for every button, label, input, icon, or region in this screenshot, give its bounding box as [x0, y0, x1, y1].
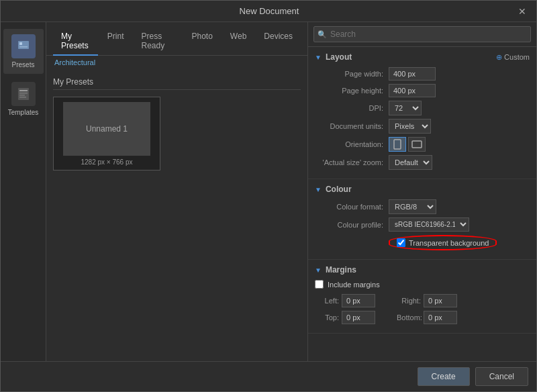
page-width-input[interactable] — [389, 67, 436, 81]
dpi-row: DPI: 72 96 150 300 — [315, 101, 530, 115]
tabs-bar: My Presets Print Press Ready Photo Web D… — [46, 22, 307, 56]
transparent-bg-label: Transparent background — [409, 239, 489, 247]
left-right-row: Left: Right: — [315, 294, 530, 307]
svg-rect-5 — [19, 93, 28, 94]
doc-units-label: Document units: — [315, 122, 389, 130]
sidebar-item-presets[interactable]: Presets — [3, 29, 44, 74]
custom-plus-icon: ⊕ — [496, 53, 502, 61]
dpi-label: DPI: — [315, 104, 389, 112]
transparent-bg-checkbox[interactable] — [397, 238, 405, 247]
tab-my-presets[interactable]: My Presets — [53, 28, 98, 56]
templates-label: Templates — [8, 109, 39, 116]
layout-section: ▼ Layout ⊕Custom Page width: Page height… — [308, 47, 536, 179]
tab-print[interactable]: Print — [99, 28, 132, 56]
new-document-dialog: New Document ✕ Presets — [0, 0, 537, 392]
layout-custom-label: ⊕Custom — [496, 53, 530, 62]
zoom-row: 'Actual size' zoom: Default 50% 100% 200… — [315, 155, 530, 170]
tab-web[interactable]: Web — [222, 28, 254, 56]
layout-section-header: ▼ Layout ⊕Custom — [315, 52, 530, 62]
right-input[interactable] — [424, 294, 457, 307]
svg-rect-7 — [19, 97, 26, 98]
sub-tab-architectural[interactable]: Architectural — [46, 56, 307, 70]
close-button[interactable]: ✕ — [516, 5, 528, 17]
icon-sidebar: Presets Templates — [1, 22, 46, 361]
templates-icon — [16, 87, 31, 101]
orientation-label: Orientation: — [315, 140, 389, 148]
left-label: Left: — [315, 297, 342, 305]
top-bottom-row: Top: Bottom: — [315, 311, 530, 324]
search-bar: 🔍 — [308, 22, 536, 47]
transparent-bg-row: Transparent background — [389, 235, 530, 250]
tab-photo[interactable]: Photo — [183, 28, 220, 56]
dpi-select[interactable]: 72 96 150 300 — [389, 101, 422, 115]
cancel-button[interactable]: Cancel — [475, 367, 528, 386]
title-bar: New Document ✕ — [1, 1, 536, 22]
page-width-row: Page width: — [315, 67, 530, 81]
doc-units-row: Document units: Pixels Inches mm cm — [315, 119, 530, 134]
create-button[interactable]: Create — [418, 367, 470, 386]
my-presets-section-title: My Presets — [53, 77, 301, 90]
dialog-title: New Document — [22, 6, 516, 16]
preset-thumb-dims: 1282 px × 766 px — [81, 158, 132, 166]
dialog-body: Presets Templates My Presets — [1, 22, 536, 361]
preset-thumb-inner: Unnamed 1 — [63, 102, 150, 156]
right-label: Right: — [397, 297, 424, 305]
svg-rect-1 — [19, 42, 22, 45]
preset-thumbnail[interactable]: Unnamed 1 1282 px × 766 px — [53, 97, 160, 170]
search-input[interactable] — [313, 26, 531, 42]
colour-format-label: Colour format: — [315, 203, 389, 211]
svg-rect-3 — [18, 88, 29, 100]
transparent-bg-highlight: Transparent background — [389, 235, 497, 250]
sidebar-item-templates[interactable]: Templates — [3, 77, 44, 121]
svg-rect-6 — [19, 95, 25, 96]
page-height-label: Page height: — [315, 87, 389, 95]
page-width-label: Page width: — [315, 70, 389, 78]
top-input[interactable] — [342, 311, 375, 324]
doc-units-select[interactable]: Pixels Inches mm cm — [389, 119, 431, 134]
bottom-input[interactable] — [424, 311, 457, 324]
tab-devices[interactable]: Devices — [256, 28, 301, 56]
margins-section: ▼ Margins Include margins Left: Right: — [308, 260, 536, 334]
colour-profile-label: Colour profile: — [315, 221, 389, 229]
colour-section-header: ▼ Colour — [315, 185, 530, 194]
page-height-input[interactable] — [389, 84, 436, 97]
colour-section-name: Colour — [326, 185, 352, 194]
colour-profile-select[interactable]: sRGB IEC61966-2.1 — [389, 217, 469, 232]
bottom-label: Bottom: — [397, 313, 424, 322]
zoom-select[interactable]: Default 50% 100% 200% — [389, 155, 432, 170]
top-label: Top: — [315, 313, 342, 322]
middle-panel: My Presets Print Press Ready Photo Web D… — [46, 22, 308, 361]
svg-rect-9 — [412, 141, 422, 148]
portrait-button[interactable] — [389, 137, 406, 152]
orientation-buttons — [389, 137, 426, 152]
presets-label: Presets — [12, 61, 35, 68]
templates-icon-box — [11, 82, 36, 106]
svg-rect-4 — [19, 90, 28, 91]
colour-format-row: Colour format: RGB/8 RGB/16 CMYK/8 — [315, 199, 530, 214]
include-margins-label: Include margins — [328, 281, 380, 289]
left-input[interactable] — [342, 294, 375, 307]
search-wrap: 🔍 — [313, 26, 531, 42]
layout-section-name: Layout — [326, 52, 352, 62]
colour-profile-row: Colour profile: sRGB IEC61966-2.1 — [315, 217, 530, 232]
orientation-row: Orientation: — [315, 137, 530, 152]
presets-icon-box — [11, 34, 36, 58]
margins-collapse-arrow[interactable]: ▼ — [315, 266, 322, 274]
layout-collapse-arrow[interactable]: ▼ — [315, 54, 322, 61]
include-margins-checkbox[interactable] — [315, 280, 324, 289]
svg-rect-8 — [394, 140, 401, 149]
tab-press-ready[interactable]: Press Ready — [133, 28, 182, 56]
colour-collapse-arrow[interactable]: ▼ — [315, 186, 322, 193]
zoom-label: 'Actual size' zoom: — [315, 158, 389, 166]
landscape-button[interactable] — [408, 137, 426, 152]
right-panel: 🔍 ▼ Layout ⊕Custom Page width: — [308, 22, 536, 361]
include-margins-row: Include margins — [315, 280, 530, 289]
page-height-row: Page height: — [315, 84, 530, 97]
margins-section-name: Margins — [326, 265, 356, 275]
dialog-footer: Create Cancel — [1, 361, 536, 391]
preset-thumb-name: Unnamed 1 — [86, 124, 128, 134]
panel-content: My Presets Unnamed 1 1282 px × 766 px — [46, 70, 307, 361]
presets-icon — [16, 39, 31, 54]
colour-format-select[interactable]: RGB/8 RGB/16 CMYK/8 — [389, 199, 436, 214]
colour-section: ▼ Colour Colour format: RGB/8 RGB/16 CMY… — [308, 179, 536, 260]
